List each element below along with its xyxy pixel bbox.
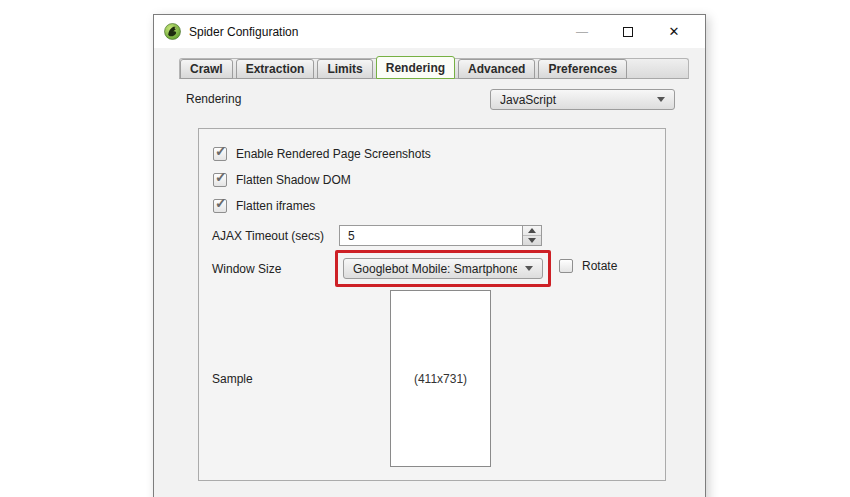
titlebar: Spider Configuration — ✕ xyxy=(154,15,705,48)
spinner-up-button[interactable] xyxy=(523,226,541,236)
ajax-timeout-spinner xyxy=(522,226,541,245)
iframes-option-row: ✓ Flatten iframes xyxy=(213,199,315,213)
rotate-checkbox[interactable] xyxy=(559,259,573,273)
chevron-down-icon xyxy=(525,266,533,271)
rendering-options-panel: ✓ Enable Rendered Page Screenshots ✓ Fla… xyxy=(198,128,666,481)
minimize-icon: — xyxy=(576,25,588,39)
enable-screenshots-checkbox[interactable]: ✓ xyxy=(213,147,227,161)
ajax-timeout-field: 5 xyxy=(339,225,542,246)
window-size-label: Window Size xyxy=(212,262,281,276)
minimize-button[interactable]: — xyxy=(559,15,605,48)
tab-crawl[interactable]: Crawl xyxy=(180,59,233,79)
spider-configuration-dialog: Spider Configuration — ✕ Crawl Extractio… xyxy=(153,14,706,497)
close-button[interactable]: ✕ xyxy=(651,15,697,48)
flatten-iframes-checkbox[interactable]: ✓ xyxy=(213,199,227,213)
tab-rendering[interactable]: Rendering xyxy=(376,56,455,79)
tab-limits[interactable]: Limits xyxy=(317,59,372,79)
screenshots-option-row: ✓ Enable Rendered Page Screenshots xyxy=(213,147,431,161)
flatten-iframes-label: Flatten iframes xyxy=(236,199,315,213)
arrow-up-icon xyxy=(528,228,536,233)
spinner-down-button[interactable] xyxy=(523,236,541,245)
tab-preferences[interactable]: Preferences xyxy=(538,59,627,79)
rendering-mode-dropdown[interactable]: JavaScript xyxy=(490,89,675,110)
chevron-down-icon xyxy=(657,97,665,102)
window-controls: — ✕ xyxy=(559,15,697,48)
rotate-option-row: Rotate xyxy=(559,259,617,273)
screaming-frog-icon xyxy=(164,23,181,40)
arrow-down-icon xyxy=(528,238,536,243)
shadow-dom-option-row: ✓ Flatten Shadow DOM xyxy=(213,173,351,187)
rendering-mode-value: JavaScript xyxy=(500,93,649,107)
tab-strip: Crawl Extraction Limits Rendering Advanc… xyxy=(179,58,689,79)
rendering-label: Rendering xyxy=(186,92,241,106)
flatten-shadow-dom-checkbox[interactable]: ✓ xyxy=(213,173,227,187)
sample-viewport-preview: (411x731) xyxy=(390,290,491,467)
rotate-label: Rotate xyxy=(582,259,617,273)
close-icon: ✕ xyxy=(669,24,680,39)
maximize-icon xyxy=(623,27,633,37)
enable-screenshots-label: Enable Rendered Page Screenshots xyxy=(236,147,431,161)
red-highlight-annotation: Googlebot Mobile: Smartphone xyxy=(335,250,551,287)
tab-extraction[interactable]: Extraction xyxy=(236,59,315,79)
window-title: Spider Configuration xyxy=(189,25,298,39)
ajax-timeout-input[interactable]: 5 xyxy=(340,226,522,245)
checkmark-icon: ✓ xyxy=(215,169,227,185)
window-size-value: Googlebot Mobile: Smartphone xyxy=(353,262,517,276)
flatten-shadow-dom-label: Flatten Shadow DOM xyxy=(236,173,351,187)
window-size-dropdown[interactable]: Googlebot Mobile: Smartphone xyxy=(343,258,543,279)
tab-advanced[interactable]: Advanced xyxy=(458,59,535,79)
checkmark-icon: ✓ xyxy=(215,143,227,159)
maximize-button[interactable] xyxy=(605,15,651,48)
sample-label: Sample xyxy=(212,372,253,386)
sample-dimensions: (411x731) xyxy=(414,372,467,386)
checkmark-icon: ✓ xyxy=(215,195,227,211)
ajax-timeout-label: AJAX Timeout (secs) xyxy=(212,229,324,243)
